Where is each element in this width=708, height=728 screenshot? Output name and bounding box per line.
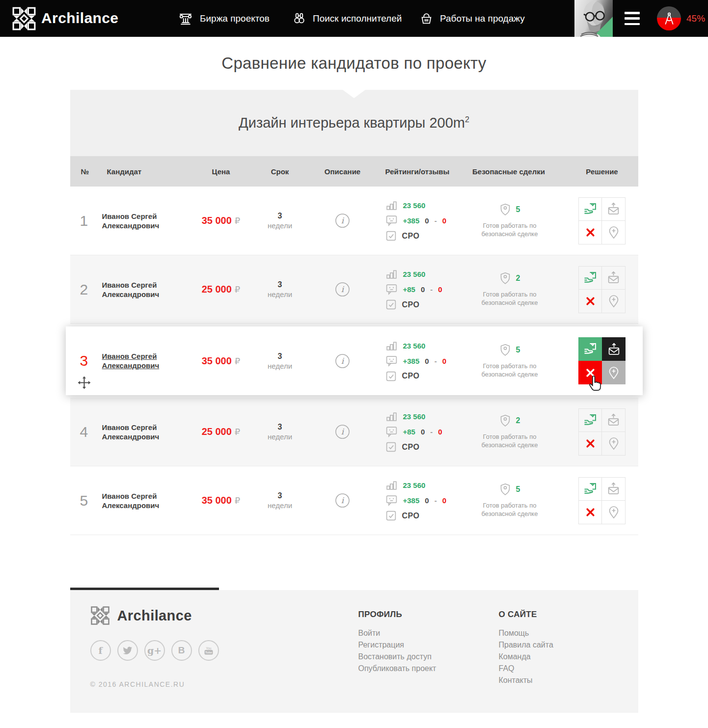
reviews-dash: - [430,285,433,294]
svg-text:i: i [341,427,345,436]
duration-unit: недели [268,432,292,441]
footer-link[interactable]: Опубликовать проект [358,663,436,674]
nav-item-works-for-sale[interactable]: Работы на продажу [420,0,525,37]
duration-value: 3 [278,280,282,289]
send-message-icon[interactable] [602,337,626,361]
deal-icon[interactable] [578,477,602,501]
sro-label: СРО [402,300,420,309]
footer-link[interactable]: Правила сайта [499,639,553,651]
table-row[interactable]: 2 Иванов Сергей Александрович 25 000 ₽ [70,255,638,324]
profile-progress-widget[interactable]: 45% [657,6,705,30]
send-message-icon[interactable] [601,266,626,290]
footer-column-title: ПРОФИЛЬ [358,610,436,620]
youtube-icon[interactable]: You Tube [198,640,219,661]
info-icon[interactable]: i [335,353,350,369]
sro-label: СРО [402,372,420,380]
candidate-name[interactable]: Иванов Сергей Александрович [102,351,168,370]
stats-icon [385,340,398,351]
currency-symbol: ₽ [235,216,240,226]
shield-icon [499,414,511,427]
main-content: Сравнение кандидатов по проекту Дизайн и… [70,37,638,535]
add-location-icon[interactable] [601,289,626,313]
duration-unit: недели [268,362,292,370]
brand-name[interactable]: Archilance [41,10,118,27]
svg-text:i: i [341,496,345,505]
vk-icon[interactable]: В [171,640,192,661]
add-location-icon[interactable] [601,431,626,456]
price-value: 35 000 [202,495,232,506]
info-icon[interactable]: i [335,282,350,297]
decision-buttons [578,266,626,313]
footer-column-links: ПомощьПравила сайтаКомандаFAQКонтакты [499,627,553,686]
menu-burger-icon[interactable] [625,12,640,25]
footer-link[interactable]: Войти [358,627,436,639]
reject-icon[interactable] [578,431,602,456]
footer-link[interactable]: Востановить доступ [358,651,436,663]
col-header-safe-deals: Безопасные сделки [465,167,566,176]
add-location-icon[interactable] [601,500,626,524]
safe-deals-count: 5 [516,205,520,214]
svg-text:i: i [341,356,345,366]
shield-icon [499,272,511,285]
add-location-icon[interactable] [602,361,626,384]
stats-icon [385,480,398,491]
reviews-negative: 0 [442,357,446,365]
twitter-icon[interactable] [117,640,138,661]
nav-item-projects-exchange[interactable]: Биржа проектов [178,0,270,37]
table-row[interactable]: 4 Иванов Сергей Александрович 25 000 ₽ [70,398,638,466]
candidate-name[interactable]: Иванов Сергей Александрович [102,212,168,230]
top-navbar: Archilance Биржа проектов Поиск исполнит… [0,0,708,37]
col-header-ratings: Рейтинги/отзывы [380,167,465,176]
deal-icon[interactable] [578,337,602,361]
footer-link[interactable]: Регистрация [358,639,436,651]
table-row[interactable]: 3 Иванов Сергей Александрович 35 000 ₽ [66,326,643,395]
shield-icon [499,344,511,356]
info-icon[interactable]: i [335,424,350,439]
send-message-icon[interactable] [601,408,626,432]
stats-icon [385,411,398,422]
send-message-icon[interactable] [601,477,626,501]
facebook-icon[interactable]: f [90,640,111,661]
reviews-icon [385,215,398,227]
decision-buttons [578,337,626,384]
deal-icon[interactable] [578,197,602,221]
footer-link[interactable]: Команда [499,651,553,663]
footer-link[interactable]: FAQ [499,663,553,674]
user-avatar[interactable] [574,0,613,37]
info-icon[interactable]: i [335,493,350,508]
send-message-icon[interactable] [601,197,626,221]
reject-icon[interactable] [578,220,602,244]
safe-deal-note: Готов работать побезопасной сделке [482,221,538,238]
price-value: 25 000 [202,426,232,437]
col-header-decision: Решение [566,167,638,176]
reject-icon[interactable] [578,289,602,313]
archilance-logo-icon[interactable] [12,6,36,31]
nav-item-find-executors[interactable]: Поиск исполнителей [293,0,402,37]
safe-deal-note: Готов работать побезопасной сделке [482,290,538,307]
move-handle-icon[interactable] [78,376,91,389]
candidate-name[interactable]: Иванов Сергей Александрович [102,280,168,299]
reviews-icon [385,283,398,296]
svg-text:You: You [206,647,211,650]
candidate-name[interactable]: Иванов Сергей Александрович [102,491,168,510]
info-icon[interactable]: i [335,213,350,228]
table-row[interactable]: 1 Иванов Сергей Александрович 35 000 ₽ [70,187,638,255]
footer-link[interactable]: Контакты [499,674,553,686]
deal-icon[interactable] [578,408,602,432]
reject-icon[interactable] [578,500,602,524]
archilance-footer-logo-icon[interactable] [90,606,110,625]
google-plus-icon[interactable]: g+ [144,640,165,661]
duration-value: 3 [278,212,282,220]
footer-column-about: О САЙТЕ ПомощьПравила сайтаКомандаFAQКон… [499,610,553,686]
table-row[interactable]: 5 Иванов Сергей Александрович 35 000 ₽ [70,466,638,535]
add-location-icon[interactable] [601,220,626,244]
deal-icon[interactable] [578,266,602,290]
reject-icon[interactable] [578,361,602,384]
safe-deals-count: 2 [516,274,520,283]
stats-icon [385,200,398,211]
reviews-positive: +85 [403,428,415,436]
nav-item-label: Биржа проектов [200,13,270,24]
footer-link[interactable]: Помощь [499,627,553,639]
checkbox-icon [385,371,397,382]
candidate-name[interactable]: Иванов Сергей Александрович [102,423,168,441]
